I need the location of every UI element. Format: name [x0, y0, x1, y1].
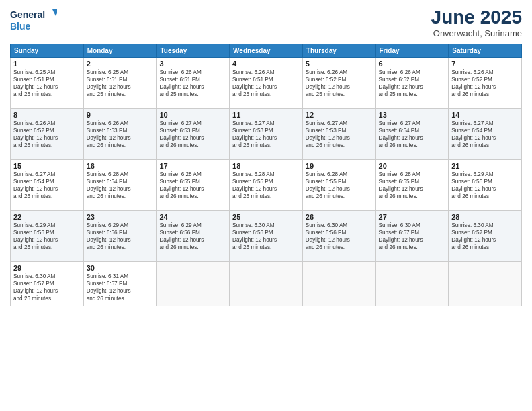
col-header-friday: Friday	[375, 44, 449, 58]
day-number: 26	[306, 213, 373, 221]
day-number: 9	[87, 111, 154, 119]
svg-text:General: General	[10, 9, 45, 20]
day-cell: 30Sunrise: 6:31 AM Sunset: 6:57 PM Dayli…	[83, 262, 157, 306]
col-header-tuesday: Tuesday	[157, 44, 230, 58]
day-cell: 18Sunrise: 6:28 AM Sunset: 6:55 PM Dayli…	[230, 160, 303, 211]
day-info: Sunrise: 6:26 AM Sunset: 6:51 PM Dayligh…	[159, 68, 226, 98]
day-number: 30	[87, 264, 154, 272]
day-info: Sunrise: 6:27 AM Sunset: 6:53 PM Dayligh…	[232, 120, 300, 149]
week-row-5: 29Sunrise: 6:30 AM Sunset: 6:57 PM Dayli…	[11, 262, 522, 306]
day-info: Sunrise: 6:29 AM Sunset: 6:56 PM Dayligh…	[87, 222, 154, 251]
day-number: 7	[451, 60, 519, 68]
day-cell: 12Sunrise: 6:27 AM Sunset: 6:53 PM Dayli…	[302, 109, 375, 160]
day-info: Sunrise: 6:26 AM Sunset: 6:51 PM Dayligh…	[232, 68, 300, 98]
day-info: Sunrise: 6:27 AM Sunset: 6:53 PM Dayligh…	[159, 120, 226, 149]
day-number: 22	[13, 213, 81, 221]
day-info: Sunrise: 6:30 AM Sunset: 6:57 PM Dayligh…	[13, 273, 81, 302]
day-cell	[302, 262, 375, 306]
day-cell: 4Sunrise: 6:26 AM Sunset: 6:51 PM Daylig…	[230, 58, 303, 109]
day-info: Sunrise: 6:30 AM Sunset: 6:57 PM Dayligh…	[451, 222, 519, 251]
day-info: Sunrise: 6:28 AM Sunset: 6:55 PM Dayligh…	[306, 171, 373, 200]
day-number: 25	[232, 213, 300, 221]
col-header-saturday: Saturday	[449, 44, 522, 58]
day-info: Sunrise: 6:28 AM Sunset: 6:55 PM Dayligh…	[379, 171, 446, 200]
day-number: 15	[13, 162, 81, 170]
month-title: June 2025	[431, 7, 522, 28]
day-info: Sunrise: 6:29 AM Sunset: 6:56 PM Dayligh…	[13, 222, 81, 251]
day-cell: 23Sunrise: 6:29 AM Sunset: 6:56 PM Dayli…	[83, 211, 157, 262]
page-header: General Blue June 2025 Onverwacht, Surin…	[10, 7, 522, 38]
day-number: 18	[232, 162, 300, 170]
day-info: Sunrise: 6:30 AM Sunset: 6:56 PM Dayligh…	[306, 222, 373, 251]
day-number: 21	[451, 162, 519, 170]
day-cell	[449, 262, 522, 306]
week-row-2: 8Sunrise: 6:26 AM Sunset: 6:52 PM Daylig…	[11, 109, 522, 160]
day-info: Sunrise: 6:30 AM Sunset: 6:57 PM Dayligh…	[379, 222, 446, 251]
svg-marker-2	[52, 9, 57, 16]
day-cell: 26Sunrise: 6:30 AM Sunset: 6:56 PM Dayli…	[302, 211, 375, 262]
day-cell	[157, 262, 230, 306]
day-cell: 22Sunrise: 6:29 AM Sunset: 6:56 PM Dayli…	[11, 211, 84, 262]
location-subtitle: Onverwacht, Suriname	[431, 28, 522, 38]
day-info: Sunrise: 6:25 AM Sunset: 6:51 PM Dayligh…	[13, 68, 81, 98]
day-number: 5	[306, 60, 373, 68]
day-info: Sunrise: 6:26 AM Sunset: 6:52 PM Dayligh…	[306, 68, 373, 98]
col-header-sunday: Sunday	[11, 44, 84, 58]
day-number: 12	[306, 111, 373, 119]
logo: General Blue	[10, 7, 57, 34]
day-number: 29	[13, 264, 81, 272]
day-cell: 17Sunrise: 6:28 AM Sunset: 6:55 PM Dayli…	[157, 160, 230, 211]
day-cell: 29Sunrise: 6:30 AM Sunset: 6:57 PM Dayli…	[11, 262, 84, 306]
day-number: 23	[87, 213, 154, 221]
day-number: 24	[159, 213, 226, 221]
week-row-3: 15Sunrise: 6:27 AM Sunset: 6:54 PM Dayli…	[11, 160, 522, 211]
day-number: 10	[159, 111, 226, 119]
day-info: Sunrise: 6:27 AM Sunset: 6:54 PM Dayligh…	[13, 171, 81, 200]
day-cell: 3Sunrise: 6:26 AM Sunset: 6:51 PM Daylig…	[157, 58, 230, 109]
day-number: 4	[232, 60, 300, 68]
day-number: 19	[306, 162, 373, 170]
day-info: Sunrise: 6:29 AM Sunset: 6:55 PM Dayligh…	[451, 171, 519, 200]
day-info: Sunrise: 6:31 AM Sunset: 6:57 PM Dayligh…	[87, 273, 154, 302]
day-info: Sunrise: 6:27 AM Sunset: 6:53 PM Dayligh…	[306, 120, 373, 149]
day-cell: 16Sunrise: 6:28 AM Sunset: 6:54 PM Dayli…	[83, 160, 157, 211]
header-row: SundayMondayTuesdayWednesdayThursdayFrid…	[11, 44, 522, 58]
calendar-page: General Blue June 2025 Onverwacht, Surin…	[0, 0, 532, 411]
day-number: 16	[87, 162, 154, 170]
day-info: Sunrise: 6:25 AM Sunset: 6:51 PM Dayligh…	[87, 68, 154, 98]
day-cell: 20Sunrise: 6:28 AM Sunset: 6:55 PM Dayli…	[375, 160, 449, 211]
day-cell: 14Sunrise: 6:27 AM Sunset: 6:54 PM Dayli…	[449, 109, 522, 160]
calendar-table: SundayMondayTuesdayWednesdayThursdayFrid…	[10, 44, 522, 306]
day-cell: 11Sunrise: 6:27 AM Sunset: 6:53 PM Dayli…	[230, 109, 303, 160]
day-info: Sunrise: 6:26 AM Sunset: 6:52 PM Dayligh…	[379, 68, 446, 98]
day-number: 6	[379, 60, 446, 68]
day-info: Sunrise: 6:30 AM Sunset: 6:56 PM Dayligh…	[232, 222, 300, 251]
title-block: June 2025 Onverwacht, Suriname	[431, 7, 522, 38]
day-number: 20	[379, 162, 446, 170]
day-number: 28	[451, 213, 519, 221]
day-number: 13	[379, 111, 446, 119]
day-info: Sunrise: 6:27 AM Sunset: 6:54 PM Dayligh…	[379, 120, 446, 149]
day-cell: 6Sunrise: 6:26 AM Sunset: 6:52 PM Daylig…	[375, 58, 449, 109]
col-header-thursday: Thursday	[302, 44, 375, 58]
day-cell: 24Sunrise: 6:29 AM Sunset: 6:56 PM Dayli…	[157, 211, 230, 262]
day-number: 11	[232, 111, 300, 119]
day-cell: 21Sunrise: 6:29 AM Sunset: 6:55 PM Dayli…	[449, 160, 522, 211]
day-info: Sunrise: 6:27 AM Sunset: 6:54 PM Dayligh…	[451, 120, 519, 149]
day-cell: 10Sunrise: 6:27 AM Sunset: 6:53 PM Dayli…	[157, 109, 230, 160]
day-info: Sunrise: 6:28 AM Sunset: 6:55 PM Dayligh…	[232, 171, 300, 200]
col-header-monday: Monday	[83, 44, 157, 58]
day-number: 1	[13, 60, 81, 68]
day-cell: 28Sunrise: 6:30 AM Sunset: 6:57 PM Dayli…	[449, 211, 522, 262]
week-row-1: 1Sunrise: 6:25 AM Sunset: 6:51 PM Daylig…	[11, 58, 522, 109]
week-row-4: 22Sunrise: 6:29 AM Sunset: 6:56 PM Dayli…	[11, 211, 522, 262]
day-number: 27	[379, 213, 446, 221]
day-info: Sunrise: 6:29 AM Sunset: 6:56 PM Dayligh…	[159, 222, 226, 251]
day-cell	[375, 262, 449, 306]
day-cell: 25Sunrise: 6:30 AM Sunset: 6:56 PM Dayli…	[230, 211, 303, 262]
day-cell: 19Sunrise: 6:28 AM Sunset: 6:55 PM Dayli…	[302, 160, 375, 211]
day-number: 8	[13, 111, 81, 119]
day-info: Sunrise: 6:26 AM Sunset: 6:52 PM Dayligh…	[451, 68, 519, 98]
day-info: Sunrise: 6:26 AM Sunset: 6:53 PM Dayligh…	[87, 120, 154, 149]
day-number: 14	[451, 111, 519, 119]
